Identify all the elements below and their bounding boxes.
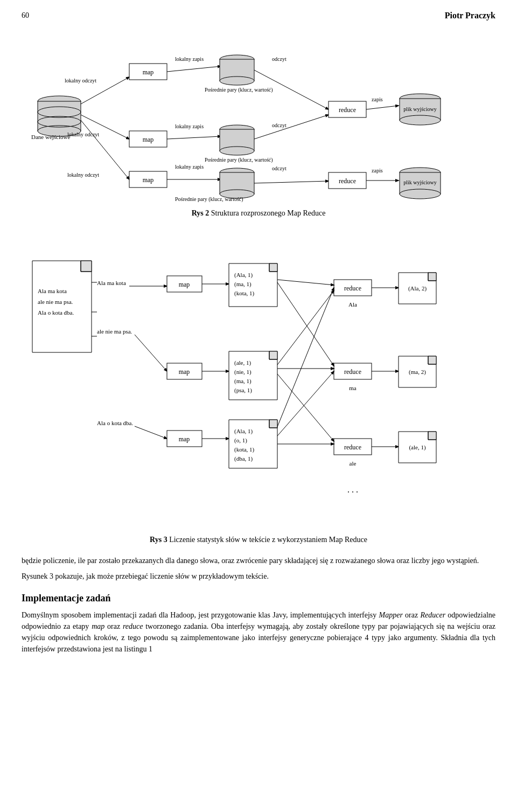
- svg-text:(nie, 1): (nie, 1): [234, 369, 251, 376]
- svg-text:(Ala, 2): (Ala, 2): [408, 285, 427, 292]
- svg-text:Pośrednie pary (klucz, wartość: Pośrednie pary (klucz, wartość): [175, 196, 243, 203]
- svg-line-121: [277, 288, 334, 427]
- svg-marker-138: [428, 432, 436, 440]
- svg-text:lokalny zapis: lokalny zapis: [175, 56, 204, 62]
- svg-text:(ma, 1): (ma, 1): [234, 378, 251, 385]
- svg-text:map: map: [179, 281, 190, 288]
- svg-text:ale nie ma psa.: ale nie ma psa.: [97, 328, 132, 335]
- fig2-caption: Rys 2 Struktura rozproszonego Map Reduce: [22, 209, 495, 218]
- svg-marker-84: [269, 263, 277, 272]
- svg-text:ale nie ma psa.: ale nie ma psa.: [38, 299, 73, 305]
- svg-marker-91: [269, 351, 277, 359]
- svg-line-48: [366, 106, 399, 109]
- svg-text:lokalny odczyt: lokalny odczyt: [67, 172, 99, 178]
- svg-text:Ala o kota dba.: Ala o kota dba.: [38, 309, 74, 316]
- paragraph3: Domyślnym sposobem implementacji zadań d…: [22, 609, 495, 655]
- svg-line-21: [167, 66, 221, 72]
- svg-marker-133: [428, 356, 436, 364]
- svg-point-26: [220, 77, 254, 85]
- svg-text:lokalny zapis: lokalny zapis: [175, 164, 204, 170]
- svg-line-11: [81, 120, 129, 179]
- svg-text:reduce: reduce: [339, 106, 356, 114]
- svg-text:map: map: [143, 68, 154, 76]
- figure3-diagram: Ala ma kota ale nie ma psa. Ala o kota d…: [22, 228, 495, 530]
- svg-text:reduce: reduce: [344, 368, 361, 376]
- svg-text:Ala o kota dba.: Ala o kota dba.: [97, 420, 133, 426]
- svg-text:odczyt: odczyt: [272, 56, 287, 62]
- svg-text:(ma, 2): (ma, 2): [409, 369, 426, 376]
- svg-point-29: [220, 147, 254, 155]
- svg-text:map: map: [143, 176, 154, 184]
- svg-line-70: [135, 426, 167, 439]
- svg-text:reduce: reduce: [339, 177, 356, 185]
- svg-text:reduce: reduce: [344, 284, 361, 292]
- svg-text:Ala: Ala: [348, 301, 357, 308]
- figure2-diagram: Dane wejściowe lokalny odczyt lokalny od…: [22, 31, 495, 204]
- paragraph2: Rysunek 3 pokazuje, jak może przebiegać …: [22, 571, 495, 582]
- page-author: Piotr Praczyk: [445, 11, 495, 20]
- svg-text:map: map: [179, 435, 190, 443]
- svg-text:reduce: reduce: [344, 443, 361, 451]
- svg-line-68: [135, 335, 167, 371]
- svg-point-56: [400, 189, 441, 199]
- svg-text:(ma, 1): (ma, 1): [234, 281, 251, 288]
- svg-text:Ala ma kota: Ala ma kota: [97, 280, 126, 286]
- svg-text:odczyt: odczyt: [272, 122, 287, 128]
- svg-line-41: [254, 181, 329, 183]
- svg-text:map: map: [179, 368, 190, 376]
- fig3-caption: Rys 3 Liczenie statystyk słów w tekście …: [22, 536, 495, 544]
- svg-text:(ale, 1): (ale, 1): [409, 444, 425, 451]
- svg-text:(kota, 1): (kota, 1): [234, 446, 255, 453]
- svg-text:zapis: zapis: [372, 96, 383, 102]
- svg-text:ma: ma: [349, 385, 357, 391]
- svg-text:zapis: zapis: [372, 168, 383, 173]
- svg-text:lokalny odczyt: lokalny odczyt: [65, 78, 96, 84]
- svg-text:plik wyjściowy: plik wyjściowy: [403, 179, 436, 185]
- svg-marker-59: [81, 261, 92, 272]
- svg-text:(kota, 1): (kota, 1): [234, 290, 255, 297]
- svg-text:ale: ale: [350, 460, 357, 467]
- svg-text:lokalny zapis: lokalny zapis: [175, 123, 204, 129]
- svg-line-116: [277, 280, 334, 285]
- svg-line-122: [277, 371, 334, 436]
- svg-text:plik wyjściowy: plik wyjściowy: [403, 106, 436, 112]
- svg-text:odczyt: odczyt: [272, 165, 287, 171]
- svg-text:Dane wejściowe: Dane wejściowe: [31, 134, 71, 140]
- svg-text:Ala ma kota: Ala ma kota: [38, 288, 67, 294]
- svg-text:(psa, 1): (psa, 1): [234, 387, 252, 394]
- svg-line-22: [167, 136, 221, 139]
- svg-text:(Ala, 1): (Ala, 1): [234, 428, 253, 435]
- section-heading: Implementacje zadań: [22, 593, 495, 604]
- svg-text:. . .: . . .: [347, 485, 358, 494]
- svg-text:(o, 1): (o, 1): [234, 437, 247, 444]
- svg-text:(dba, 1): (dba, 1): [234, 455, 253, 462]
- svg-line-40: [254, 115, 329, 139]
- svg-marker-99: [269, 420, 277, 428]
- svg-point-52: [400, 115, 441, 125]
- svg-text:Pośrednie pary (klucz, wartość: Pośrednie pary (klucz, wartość): [205, 157, 273, 163]
- svg-line-120: [277, 374, 334, 441]
- svg-text:(Ala, 1): (Ala, 1): [234, 272, 253, 279]
- svg-marker-128: [428, 273, 436, 281]
- svg-text:Pośrednie pary (klucz, wartość: Pośrednie pary (klucz, wartość): [205, 87, 273, 93]
- svg-text:map: map: [143, 136, 154, 143]
- svg-text:(ale, 1): (ale, 1): [234, 359, 251, 366]
- paragraph1: będzie policzenie, ile par zostało przek…: [22, 555, 495, 566]
- svg-marker-58: [32, 261, 92, 352]
- page-number: 60: [22, 11, 29, 20]
